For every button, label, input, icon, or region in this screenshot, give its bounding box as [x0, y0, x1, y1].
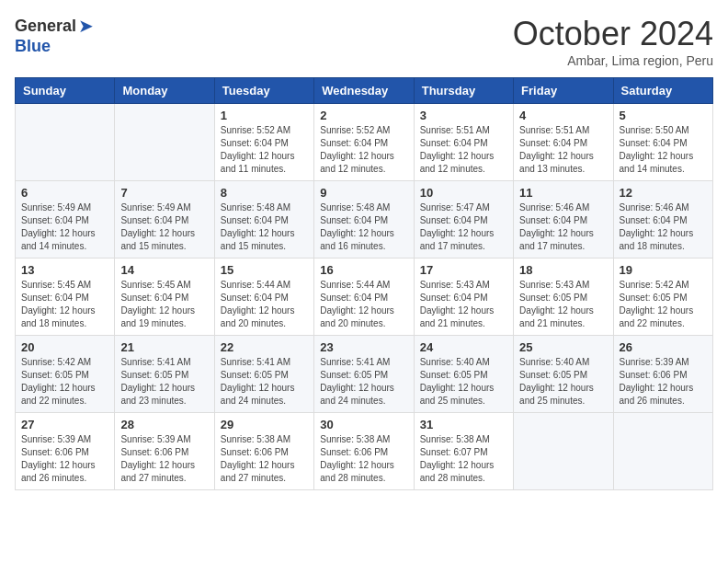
day-number: 16: [320, 263, 407, 277]
calendar-day-cell: [613, 413, 712, 490]
calendar-day-cell: 27Sunrise: 5:39 AM Sunset: 6:06 PM Dayli…: [16, 413, 115, 490]
calendar-day-cell: 26Sunrise: 5:39 AM Sunset: 6:06 PM Dayli…: [613, 336, 712, 413]
calendar-table: SundayMondayTuesdayWednesdayThursdayFrid…: [15, 77, 713, 490]
day-number: 13: [21, 263, 108, 277]
day-number: 30: [320, 418, 407, 431]
calendar-day-cell: 24Sunrise: 5:40 AM Sunset: 6:05 PM Dayli…: [414, 336, 513, 413]
day-of-week-header: Sunday: [16, 78, 115, 104]
calendar-day-cell: 12Sunrise: 5:46 AM Sunset: 6:04 PM Dayli…: [613, 181, 712, 259]
calendar-day-cell: 28Sunrise: 5:39 AM Sunset: 6:06 PM Dayli…: [115, 413, 214, 490]
day-number: 29: [221, 418, 308, 431]
day-info: Sunrise: 5:49 AM Sunset: 6:04 PM Dayligh…: [120, 201, 208, 253]
calendar-day-cell: 23Sunrise: 5:41 AM Sunset: 6:05 PM Dayli…: [314, 336, 414, 413]
day-info: Sunrise: 5:52 AM Sunset: 6:04 PM Dayligh…: [221, 124, 308, 176]
day-of-week-header: Tuesday: [214, 78, 313, 104]
logo-blue-text: Blue: [15, 37, 51, 56]
location-subtitle: Ambar, Lima region, Peru: [513, 53, 713, 68]
calendar-day-cell: 16Sunrise: 5:44 AM Sunset: 6:04 PM Dayli…: [314, 259, 414, 336]
calendar-day-cell: [514, 413, 613, 490]
day-number: 8: [221, 186, 308, 200]
day-number: 10: [420, 186, 507, 200]
day-info: Sunrise: 5:51 AM Sunset: 6:04 PM Dayligh…: [420, 124, 507, 176]
day-info: Sunrise: 5:39 AM Sunset: 6:06 PM Dayligh…: [21, 433, 108, 485]
month-title: October 2024: [513, 15, 713, 53]
calendar-day-cell: 10Sunrise: 5:47 AM Sunset: 6:04 PM Dayli…: [414, 181, 513, 259]
day-info: Sunrise: 5:48 AM Sunset: 6:04 PM Dayligh…: [221, 201, 308, 253]
day-number: 7: [120, 186, 208, 200]
day-number: 19: [620, 263, 707, 277]
calendar-day-cell: 18Sunrise: 5:43 AM Sunset: 6:05 PM Dayli…: [514, 259, 613, 336]
day-info: Sunrise: 5:38 AM Sunset: 6:06 PM Dayligh…: [320, 433, 407, 485]
day-info: Sunrise: 5:46 AM Sunset: 6:04 PM Dayligh…: [620, 201, 707, 253]
day-info: Sunrise: 5:42 AM Sunset: 6:05 PM Dayligh…: [21, 356, 108, 408]
day-number: 26: [620, 340, 707, 354]
day-number: 15: [221, 263, 308, 277]
calendar-day-cell: 25Sunrise: 5:40 AM Sunset: 6:05 PM Dayli…: [514, 336, 613, 413]
day-info: Sunrise: 5:52 AM Sunset: 6:04 PM Dayligh…: [320, 124, 407, 176]
day-of-week-header: Monday: [115, 78, 214, 104]
day-number: 4: [519, 109, 607, 122]
calendar-day-cell: 6Sunrise: 5:49 AM Sunset: 6:04 PM Daylig…: [16, 181, 115, 259]
calendar-day-cell: 8Sunrise: 5:48 AM Sunset: 6:04 PM Daylig…: [214, 181, 313, 259]
day-number: 5: [620, 109, 707, 122]
calendar-week-row: 6Sunrise: 5:49 AM Sunset: 6:04 PM Daylig…: [16, 181, 713, 259]
calendar-day-cell: 4Sunrise: 5:51 AM Sunset: 6:04 PM Daylig…: [514, 104, 613, 181]
calendar-day-cell: 22Sunrise: 5:41 AM Sunset: 6:05 PM Dayli…: [214, 336, 313, 413]
day-number: 18: [519, 263, 607, 277]
calendar-week-row: 13Sunrise: 5:45 AM Sunset: 6:04 PM Dayli…: [16, 259, 713, 336]
logo: General ➤ Blue: [15, 15, 94, 56]
day-number: 22: [221, 340, 308, 354]
title-section: October 2024 Ambar, Lima region, Peru: [513, 15, 713, 68]
day-info: Sunrise: 5:42 AM Sunset: 6:05 PM Dayligh…: [620, 279, 707, 330]
calendar-day-cell: [115, 104, 214, 181]
day-info: Sunrise: 5:40 AM Sunset: 6:05 PM Dayligh…: [420, 356, 507, 408]
day-number: 24: [420, 340, 507, 354]
calendar-week-row: 1Sunrise: 5:52 AM Sunset: 6:04 PM Daylig…: [16, 104, 713, 181]
calendar-day-cell: 11Sunrise: 5:46 AM Sunset: 6:04 PM Dayli…: [514, 181, 613, 259]
calendar-day-cell: [16, 104, 115, 181]
day-info: Sunrise: 5:45 AM Sunset: 6:04 PM Dayligh…: [21, 279, 108, 330]
day-info: Sunrise: 5:43 AM Sunset: 6:05 PM Dayligh…: [519, 279, 607, 330]
day-info: Sunrise: 5:44 AM Sunset: 6:04 PM Dayligh…: [320, 279, 407, 330]
day-number: 9: [320, 186, 407, 200]
calendar-day-cell: 21Sunrise: 5:41 AM Sunset: 6:05 PM Dayli…: [115, 336, 214, 413]
calendar-day-cell: 15Sunrise: 5:44 AM Sunset: 6:04 PM Dayli…: [214, 259, 313, 336]
day-info: Sunrise: 5:38 AM Sunset: 6:06 PM Dayligh…: [221, 433, 308, 485]
day-number: 2: [320, 109, 407, 122]
day-info: Sunrise: 5:50 AM Sunset: 6:04 PM Dayligh…: [620, 124, 707, 176]
day-of-week-header: Thursday: [414, 78, 513, 104]
day-number: 27: [21, 418, 108, 431]
day-number: 23: [320, 340, 407, 354]
calendar-day-cell: 7Sunrise: 5:49 AM Sunset: 6:04 PM Daylig…: [115, 181, 214, 259]
calendar-day-cell: 14Sunrise: 5:45 AM Sunset: 6:04 PM Dayli…: [115, 259, 214, 336]
logo-general-text: General: [15, 17, 76, 36]
calendar-day-cell: 2Sunrise: 5:52 AM Sunset: 6:04 PM Daylig…: [314, 104, 414, 181]
calendar-day-cell: 5Sunrise: 5:50 AM Sunset: 6:04 PM Daylig…: [613, 104, 712, 181]
day-info: Sunrise: 5:41 AM Sunset: 6:05 PM Dayligh…: [221, 356, 308, 408]
day-info: Sunrise: 5:39 AM Sunset: 6:06 PM Dayligh…: [620, 356, 707, 408]
day-number: 31: [420, 418, 507, 431]
calendar-day-cell: 1Sunrise: 5:52 AM Sunset: 6:04 PM Daylig…: [214, 104, 313, 181]
day-of-week-header: Friday: [514, 78, 613, 104]
day-info: Sunrise: 5:41 AM Sunset: 6:05 PM Dayligh…: [320, 356, 407, 408]
day-info: Sunrise: 5:49 AM Sunset: 6:04 PM Dayligh…: [21, 201, 108, 253]
calendar-day-cell: 31Sunrise: 5:38 AM Sunset: 6:07 PM Dayli…: [414, 413, 513, 490]
day-of-week-header: Wednesday: [314, 78, 414, 104]
day-number: 20: [21, 340, 108, 354]
day-info: Sunrise: 5:39 AM Sunset: 6:06 PM Dayligh…: [120, 433, 208, 485]
day-number: 28: [120, 418, 208, 431]
calendar-week-row: 27Sunrise: 5:39 AM Sunset: 6:06 PM Dayli…: [16, 413, 713, 490]
day-number: 3: [420, 109, 507, 122]
calendar-day-cell: 30Sunrise: 5:38 AM Sunset: 6:06 PM Dayli…: [314, 413, 414, 490]
day-of-week-header: Saturday: [613, 78, 712, 104]
day-number: 21: [120, 340, 208, 354]
page-header: General ➤ Blue October 2024 Ambar, Lima …: [15, 15, 713, 68]
day-info: Sunrise: 5:41 AM Sunset: 6:05 PM Dayligh…: [120, 356, 208, 408]
day-info: Sunrise: 5:47 AM Sunset: 6:04 PM Dayligh…: [420, 201, 507, 253]
calendar-day-cell: 3Sunrise: 5:51 AM Sunset: 6:04 PM Daylig…: [414, 104, 513, 181]
calendar-week-row: 20Sunrise: 5:42 AM Sunset: 6:05 PM Dayli…: [16, 336, 713, 413]
calendar-day-cell: 17Sunrise: 5:43 AM Sunset: 6:04 PM Dayli…: [414, 259, 513, 336]
day-info: Sunrise: 5:48 AM Sunset: 6:04 PM Dayligh…: [320, 201, 407, 253]
calendar-day-cell: 13Sunrise: 5:45 AM Sunset: 6:04 PM Dayli…: [16, 259, 115, 336]
calendar-day-cell: 29Sunrise: 5:38 AM Sunset: 6:06 PM Dayli…: [214, 413, 313, 490]
